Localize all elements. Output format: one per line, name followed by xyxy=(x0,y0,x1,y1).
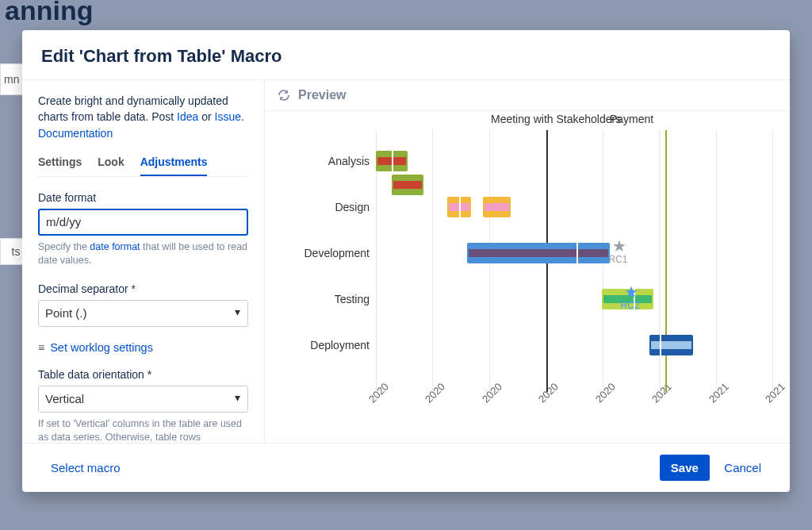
date-format-hint: Specify the date format that will be use… xyxy=(38,240,248,268)
x-tick: 2020 xyxy=(423,381,449,407)
select-macro-link[interactable]: Select macro xyxy=(40,455,132,481)
preview-pane: Preview 20202020202020202020202120212021… xyxy=(265,80,790,443)
event-label: Meeting with Stakeholders xyxy=(491,113,621,125)
decimal-label: Decimal separator * xyxy=(38,282,248,295)
x-tick: 2021 xyxy=(763,381,789,407)
desc-period: . xyxy=(241,110,244,123)
tab-settings[interactable]: Settings xyxy=(38,152,82,176)
idea-link[interactable]: Idea xyxy=(177,110,198,123)
tab-look[interactable]: Look xyxy=(98,152,124,176)
preview-title: Preview xyxy=(298,88,346,102)
gantt-bar xyxy=(649,335,693,355)
refresh-icon[interactable] xyxy=(278,89,290,102)
decimal-select[interactable]: Point (.) xyxy=(38,300,248,327)
x-tick: 2021 xyxy=(707,381,733,407)
worklog-label: Set worklog settings xyxy=(50,341,153,354)
x-tick: 2020 xyxy=(366,381,393,407)
worklog-settings-link[interactable]: ≡ Set worklog settings xyxy=(38,341,248,354)
bg-partial-title: anning xyxy=(5,0,93,26)
x-tick: 2020 xyxy=(593,381,619,407)
modal-title: Edit 'Chart from Table' Macro xyxy=(22,30,790,79)
gantt-row-label: Deployment xyxy=(265,339,370,351)
gantt-row-label: Design xyxy=(265,201,370,213)
documentation-link[interactable]: Documentation xyxy=(38,127,113,140)
gantt-bar xyxy=(447,197,471,217)
issue-link[interactable]: Issue xyxy=(215,110,241,123)
orientation-label: Table data orientation * xyxy=(38,368,248,381)
gantt-bar xyxy=(467,243,610,263)
gantt-bar xyxy=(376,151,408,171)
milestone-label: RC1 xyxy=(609,254,628,265)
settings-pane: Create bright and dynamically updated ch… xyxy=(22,80,265,443)
orientation-hint: If set to 'Vertical' columns in the tabl… xyxy=(38,417,248,443)
event-label: Payment xyxy=(610,113,653,125)
cancel-button[interactable]: Cancel xyxy=(713,455,772,481)
gantt-bar xyxy=(392,175,423,195)
milestone-star-icon: ★ xyxy=(624,284,638,300)
tab-adjustments[interactable]: Adjustments xyxy=(140,152,208,176)
gantt-preview-chart: 20202020202020202020202120212021Meeting … xyxy=(265,111,790,443)
date-format-input[interactable] xyxy=(38,209,248,236)
orientation-select[interactable]: Vertical xyxy=(38,386,248,413)
milestone-star-icon: ★ xyxy=(612,238,626,254)
x-tick: 2021 xyxy=(649,381,676,407)
x-tick: 2020 xyxy=(480,381,506,407)
date-format-label: Date format xyxy=(38,191,248,204)
gantt-row-label: Development xyxy=(265,247,370,259)
list-icon: ≡ xyxy=(38,341,44,354)
description: Create bright and dynamically updated ch… xyxy=(38,93,248,141)
macro-editor-modal: Edit 'Chart from Table' Macro Create bri… xyxy=(22,30,790,492)
gantt-row-label: Analysis xyxy=(265,155,370,167)
gantt-row-label: Testing xyxy=(265,293,370,305)
date-format-hint-link[interactable]: date format xyxy=(90,241,140,252)
gantt-bar xyxy=(483,197,511,217)
save-button[interactable]: Save xyxy=(660,455,710,481)
milestone-label: RC2 xyxy=(621,300,640,311)
desc-or: or xyxy=(198,110,214,123)
tabs: Settings Look Adjustments xyxy=(38,152,248,177)
x-tick: 2020 xyxy=(536,381,562,407)
